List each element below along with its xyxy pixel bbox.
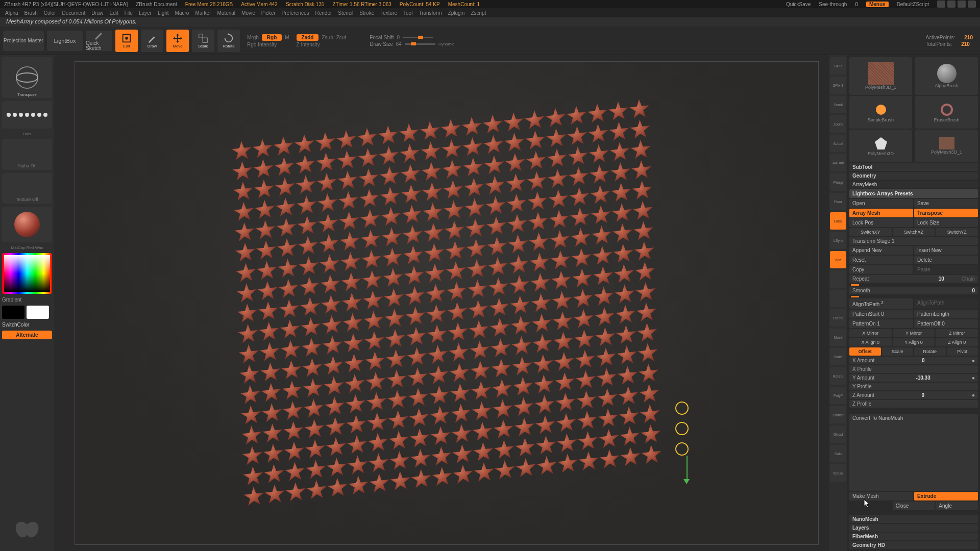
menu-color[interactable]: Color [44, 10, 56, 16]
z-mirror-button[interactable]: Z Mirror [936, 329, 978, 337]
delete-button[interactable]: Delete [914, 256, 978, 264]
switch-xz-button[interactable]: SwitchXZ [893, 228, 935, 236]
canvas-area[interactable] [54, 55, 829, 551]
rotate-button[interactable]: Rotate [914, 347, 946, 356]
swatch-black[interactable] [2, 306, 24, 319]
see-through-val[interactable]: 0 [855, 2, 858, 7]
lock-size-button[interactable]: Lock Size [914, 218, 978, 227]
rotate-button[interactable]: Rotate [217, 30, 240, 52]
texture-slot[interactable]: Texture Off [2, 173, 52, 204]
transpose-widget[interactable]: Transpose [2, 57, 52, 98]
menu-draw[interactable]: Draw [91, 10, 103, 16]
focal-shift-val[interactable]: 0 [397, 35, 400, 40]
menu-picker[interactable]: Picker [261, 10, 276, 16]
menu-marker[interactable]: Marker [195, 10, 211, 16]
quick-sketch-button[interactable]: Quick Sketch [86, 31, 112, 51]
spix-button[interactable]: SPix 3 [830, 77, 846, 94]
menu-file[interactable]: File [125, 10, 133, 16]
projection-master-button[interactable]: Projection Master [3, 31, 44, 51]
zsub-button[interactable]: Zsub [322, 35, 333, 40]
draw-size-label[interactable]: Draw Size [370, 41, 393, 47]
transform-stage-slider[interactable]: Transform Stage 1 [849, 237, 978, 245]
mrgb-button[interactable]: Mrgb [247, 35, 259, 40]
pattern-start-label[interactable]: PatternStart 0 [849, 310, 913, 318]
save-button[interactable]: Save [914, 199, 978, 208]
y-amount-slider[interactable]: Y Amount-10.33● [849, 374, 978, 382]
active-tool-thumb[interactable]: PolyMesh3D_1 [849, 57, 912, 95]
pattern-on-label[interactable]: PatternOn 1 [849, 319, 913, 328]
geometry-header[interactable]: Geometry [849, 172, 978, 180]
center-button[interactable] [830, 270, 846, 288]
aahalf-button[interactable]: AAHalf [830, 154, 846, 171]
x-mirror-button[interactable]: X Mirror [849, 329, 892, 337]
lsym-button[interactable]: LSym [830, 232, 846, 249]
menu-stroke[interactable]: Stroke [359, 10, 374, 16]
copy-button[interactable]: Copy [849, 265, 913, 274]
scale-button[interactable]: Scale [192, 30, 214, 52]
menu-preferences[interactable]: Preferences [282, 10, 309, 16]
fibermesh-header[interactable]: FiberMesh [849, 533, 978, 540]
x-amount-slider[interactable]: X Amount0● [849, 357, 978, 364]
x-profile-button[interactable]: X Profile [849, 365, 978, 373]
alpha-slot[interactable]: Alpha Off [2, 139, 52, 170]
menu-zplugin[interactable]: Zplugin [448, 10, 465, 16]
switch-xy-button[interactable]: SwitchXY [849, 228, 892, 236]
lock-pos-button[interactable]: Lock Pos [849, 218, 913, 227]
gradient-label[interactable]: Gradient [2, 297, 52, 303]
polymesh3d-1-thumb[interactable]: PolyMesh3D_1 [915, 130, 978, 162]
reset-button[interactable]: Reset [849, 256, 913, 264]
polyf-button[interactable]: PolyF [830, 387, 846, 404]
m-button[interactable]: M [285, 35, 289, 40]
subtool-header[interactable]: SubTool [849, 163, 978, 171]
menu-document[interactable]: Document [62, 10, 86, 16]
default-zscript[interactable]: DefaultZScript [897, 2, 929, 7]
scale-button[interactable]: Scale [882, 347, 914, 356]
y-profile-button[interactable]: Y Profile [849, 383, 978, 390]
make-mesh-button[interactable]: Make Mesh [849, 492, 913, 500]
close-icon[interactable] [968, 1, 976, 8]
solo-button[interactable]: Solo [830, 445, 846, 462]
draw-size-val[interactable]: 64 [396, 41, 402, 47]
rgb-intensity-label[interactable]: Rgb Intensity [247, 42, 277, 47]
menu-material[interactable]: Material [217, 10, 236, 16]
menu-edit[interactable]: Edit [110, 10, 118, 16]
persp-button[interactable]: Persp [830, 173, 846, 191]
color-picker[interactable] [2, 253, 52, 294]
geometry-hd-header[interactable]: Geometry HD [849, 541, 978, 549]
fit-button[interactable] [830, 290, 846, 307]
z-intensity-label[interactable]: Z Intensity [297, 42, 320, 47]
scale-view-button[interactable]: Scale [830, 348, 846, 365]
insert-new-button[interactable]: Insert New [914, 246, 978, 255]
swatch-white[interactable] [27, 306, 49, 319]
append-new-button[interactable]: Append New [849, 246, 913, 255]
simple-brush-thumb[interactable]: SimpleBrush [849, 96, 912, 129]
switch-yz-button[interactable]: SwitchYZ [936, 228, 978, 236]
layers-header[interactable]: Layers [849, 524, 978, 532]
rgb-button[interactable]: Rgb [262, 34, 282, 41]
lightbox-button[interactable]: LightBox [47, 31, 83, 51]
menu-tool[interactable]: Tool [403, 10, 412, 16]
actual-button[interactable]: Actual [830, 135, 846, 152]
xyz-button[interactable]: Xpz [830, 251, 846, 268]
z-profile-button[interactable]: Z Profile [849, 400, 978, 408]
eraser-brush-thumb[interactable]: EraserBrush [915, 96, 978, 129]
scroll-button[interactable]: Scroll [830, 96, 846, 113]
open-button[interactable]: Open [849, 199, 913, 208]
zoom-button[interactable]: Zoom [830, 115, 846, 133]
polymesh3d-thumb[interactable]: PolyMesh3D [849, 130, 912, 162]
transp-button[interactable]: Transp [830, 406, 846, 423]
zadd-button[interactable]: Zadd [297, 34, 319, 41]
x-align-button[interactable]: X Align 0 [849, 338, 892, 346]
local-button[interactable]: Local [830, 212, 846, 230]
quicksave[interactable]: QuickSave [786, 2, 811, 7]
repeat-slider[interactable]: Repeat10Chain [849, 275, 978, 283]
transpose-button[interactable]: Transpose [914, 209, 978, 217]
ghost-button[interactable]: Ghost [830, 425, 846, 443]
menu-transform[interactable]: Transform [419, 10, 442, 16]
arrays-presets-button[interactable]: Lightbox› Arrays Presets [849, 189, 978, 198]
pivot-button[interactable]: Pivot [947, 347, 978, 356]
arraymesh-header[interactable]: ArrayMesh [849, 181, 978, 188]
menu-movie[interactable]: Movie [241, 10, 255, 16]
menus-button[interactable]: Menus [866, 2, 889, 7]
menu-stencil[interactable]: Stencil [338, 10, 353, 16]
